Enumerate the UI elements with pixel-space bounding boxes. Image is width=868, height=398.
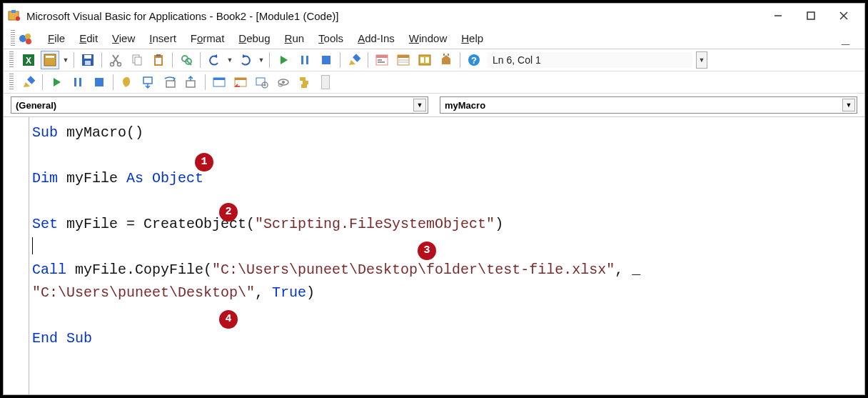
editor-margin[interactable] [4,117,29,394]
callout-badge-2: 2 [219,203,238,222]
svg-rect-33 [378,59,382,61]
locals-window-button[interactable] [210,73,228,91]
svg-rect-29 [322,56,330,64]
vba-window: Microsoft Visual Basic for Applications … [3,3,865,395]
step-over-button[interactable] [161,73,179,91]
svg-rect-13 [46,56,54,58]
procedure-combo-value: myMacro [445,100,485,111]
step-out-button[interactable] [182,73,201,91]
redo-dropdown-arrow[interactable]: ▼ [258,56,265,64]
cursor-position: Ln 6, Col 1 [486,51,693,69]
insert-userform-button[interactable] [41,51,59,69]
svg-rect-16 [85,61,91,65]
close-button[interactable] [827,5,860,26]
svg-rect-55 [256,78,265,85]
svg-rect-63 [301,84,307,88]
svg-rect-15 [84,55,91,59]
view-excel-button[interactable]: X [19,51,38,69]
svg-rect-30 [353,54,360,61]
menu-addins[interactable]: Add-Ins [350,29,402,47]
insert-dropdown-arrow[interactable]: ▼ [62,56,69,64]
titlebar: Microsoft Visual Basic for Applications … [4,4,864,28]
callout-badge-1: 1 [195,153,213,171]
menu-insert[interactable]: Insert [142,29,183,47]
svg-rect-41 [425,57,429,63]
svg-rect-20 [135,57,141,65]
menu-format[interactable]: Format [183,29,232,47]
svg-point-9 [26,39,31,44]
toolbar-grip[interactable] [9,51,14,69]
menu-run[interactable]: Run [278,29,312,47]
immediate-window-button[interactable] [231,73,250,91]
svg-point-8 [25,34,31,39]
menu-debug[interactable]: Debug [231,29,277,47]
vb-icon [18,31,34,46]
menu-help[interactable]: Help [454,29,490,47]
menu-window[interactable]: Window [402,29,454,47]
svg-rect-47 [95,78,104,86]
toggle-breakpoint-button[interactable] [118,73,136,91]
cut-button[interactable] [106,51,125,69]
svg-point-57 [264,84,266,86]
call-stack-button[interactable] [296,73,314,91]
find-button[interactable] [177,51,196,69]
text-cursor [32,237,33,254]
position-dropdown-arrow[interactable]: ▼ [696,51,707,69]
help-button[interactable]: ? [465,51,483,69]
svg-rect-32 [376,55,388,58]
maximize-button[interactable] [794,5,827,26]
toolbar-grip[interactable] [11,30,15,47]
procedure-combo[interactable]: myMacro ▼ [440,96,857,114]
debug-toolbar [4,71,864,94]
svg-rect-34 [378,61,385,63]
code-text[interactable]: Sub myMacro() Dim myFile As Object Set m… [29,117,864,394]
menu-tools[interactable]: Tools [311,29,350,47]
svg-rect-27 [301,56,303,64]
menu-file[interactable]: File [41,29,72,47]
callout-badge-4: 4 [219,310,238,329]
pause-button[interactable] [69,73,87,91]
run-button[interactable] [274,51,293,69]
svg-text:X: X [26,56,31,66]
properties-window-button[interactable] [394,51,413,69]
copy-button[interactable] [128,51,146,69]
mdi-restore-button[interactable]: _ [842,35,856,42]
svg-rect-40 [420,57,424,63]
svg-point-59 [282,81,285,84]
svg-rect-22 [156,54,161,56]
design-mode-toggle[interactable] [19,73,38,91]
undo-dropdown-arrow[interactable]: ▼ [226,56,233,64]
design-mode-button[interactable] [345,51,363,69]
menu-view[interactable]: View [105,29,142,47]
code-editor[interactable]: Sub myMacro() Dim myFile As Object Set m… [4,117,864,394]
object-browser-button[interactable] [415,51,434,69]
svg-point-17 [111,63,114,66]
quick-watch-button[interactable] [274,73,293,91]
chevron-down-icon: ▼ [413,99,426,111]
menu-edit[interactable]: Edit [72,29,105,47]
paste-button[interactable] [149,51,168,69]
project-explorer-button[interactable] [373,51,391,69]
svg-rect-52 [213,78,225,80]
toolbox-button[interactable] [437,51,455,69]
run-sub-button[interactable] [47,73,66,91]
step-into-button[interactable] [139,73,158,91]
code-navigation-bar: (General) ▼ myMacro ▼ [4,94,864,117]
svg-rect-62 [303,81,308,84]
reset-button[interactable] [317,51,335,69]
svg-rect-1 [11,10,16,13]
undo-button[interactable] [205,51,223,69]
object-combo[interactable]: (General) ▼ [11,96,428,114]
menubar: File Edit View Insert Format Debug Run T… [4,28,864,49]
save-button[interactable] [79,51,97,69]
watch-window-button[interactable] [253,73,271,91]
minimize-button[interactable] [762,5,794,26]
svg-rect-28 [306,56,308,64]
redo-button[interactable] [236,51,255,69]
svg-rect-4 [807,12,814,19]
window-title: Microsoft Visual Basic for Applications … [26,10,762,22]
break-button[interactable] [296,51,314,69]
stop-button[interactable] [90,73,108,91]
toolbar-overflow[interactable] [321,75,330,89]
toolbar-grip[interactable] [9,74,14,91]
